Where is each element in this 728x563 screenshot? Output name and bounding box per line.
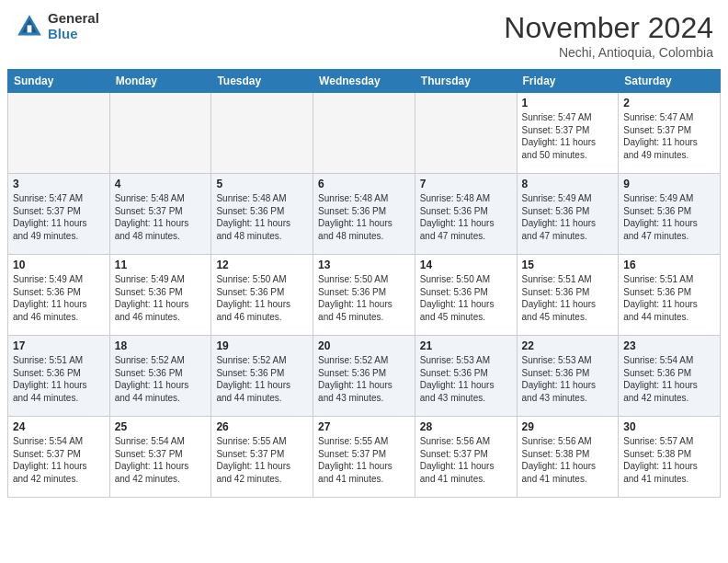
calendar-cell: 23Sunrise: 5:54 AM Sunset: 5:36 PM Dayli… xyxy=(619,336,721,417)
day-info: Sunrise: 5:52 AM Sunset: 5:36 PM Dayligh… xyxy=(216,354,308,404)
day-info: Sunrise: 5:49 AM Sunset: 5:36 PM Dayligh… xyxy=(13,273,105,323)
day-info: Sunrise: 5:54 AM Sunset: 5:37 PM Dayligh… xyxy=(13,435,105,485)
day-number: 29 xyxy=(522,420,614,433)
day-number: 22 xyxy=(522,339,614,352)
day-info: Sunrise: 5:56 AM Sunset: 5:38 PM Dayligh… xyxy=(522,435,614,485)
calendar-cell xyxy=(8,93,110,174)
day-number: 28 xyxy=(420,420,512,433)
svg-rect-2 xyxy=(28,25,32,32)
day-info: Sunrise: 5:53 AM Sunset: 5:36 PM Dayligh… xyxy=(522,354,614,404)
day-info: Sunrise: 5:51 AM Sunset: 5:36 PM Dayligh… xyxy=(522,273,614,323)
day-info: Sunrise: 5:49 AM Sunset: 5:36 PM Dayligh… xyxy=(522,192,614,242)
day-info: Sunrise: 5:55 AM Sunset: 5:37 PM Dayligh… xyxy=(216,435,308,485)
calendar-cell: 20Sunrise: 5:52 AM Sunset: 5:36 PM Dayli… xyxy=(313,336,415,417)
day-number: 6 xyxy=(318,178,410,190)
calendar-week-row: 17Sunrise: 5:51 AM Sunset: 5:36 PM Dayli… xyxy=(8,336,721,417)
day-info: Sunrise: 5:50 AM Sunset: 5:36 PM Dayligh… xyxy=(216,273,308,323)
day-info: Sunrise: 5:57 AM Sunset: 5:38 PM Dayligh… xyxy=(623,435,715,485)
day-number: 5 xyxy=(216,178,308,190)
day-info: Sunrise: 5:48 AM Sunset: 5:36 PM Dayligh… xyxy=(216,192,308,242)
day-info: Sunrise: 5:48 AM Sunset: 5:36 PM Dayligh… xyxy=(318,192,410,242)
title-area: November 2024 Nechi, Antioquia, Colombia xyxy=(504,11,713,60)
day-number: 15 xyxy=(522,259,614,271)
calendar-cell: 13Sunrise: 5:50 AM Sunset: 5:36 PM Dayli… xyxy=(313,255,415,336)
day-info: Sunrise: 5:51 AM Sunset: 5:36 PM Dayligh… xyxy=(623,273,715,323)
day-number: 10 xyxy=(13,259,105,271)
day-number: 27 xyxy=(318,420,410,433)
day-number: 14 xyxy=(420,259,512,271)
page: General Blue November 2024 Nechi, Antioq… xyxy=(0,0,728,563)
calendar-week-row: 10Sunrise: 5:49 AM Sunset: 5:36 PM Dayli… xyxy=(8,255,721,336)
calendar-weekday-saturday: Saturday xyxy=(619,70,721,93)
calendar-cell: 30Sunrise: 5:57 AM Sunset: 5:38 PM Dayli… xyxy=(619,417,721,498)
calendar-cell: 15Sunrise: 5:51 AM Sunset: 5:36 PM Dayli… xyxy=(517,255,619,336)
header: General Blue November 2024 Nechi, Antioq… xyxy=(0,0,728,65)
calendar-cell: 12Sunrise: 5:50 AM Sunset: 5:36 PM Dayli… xyxy=(211,255,313,336)
calendar-cell: 1Sunrise: 5:47 AM Sunset: 5:37 PM Daylig… xyxy=(517,93,619,174)
calendar-cell: 27Sunrise: 5:55 AM Sunset: 5:37 PM Dayli… xyxy=(313,417,415,498)
calendar-cell: 8Sunrise: 5:49 AM Sunset: 5:36 PM Daylig… xyxy=(517,174,619,255)
month-title: November 2024 xyxy=(504,11,713,45)
day-number: 17 xyxy=(13,339,105,352)
day-info: Sunrise: 5:48 AM Sunset: 5:37 PM Dayligh… xyxy=(115,192,207,242)
calendar-cell: 25Sunrise: 5:54 AM Sunset: 5:37 PM Dayli… xyxy=(109,417,211,498)
day-info: Sunrise: 5:56 AM Sunset: 5:37 PM Dayligh… xyxy=(420,435,512,485)
calendar-cell: 22Sunrise: 5:53 AM Sunset: 5:36 PM Dayli… xyxy=(517,336,619,417)
day-number: 4 xyxy=(115,178,207,190)
day-number: 20 xyxy=(318,339,410,352)
calendar-cell: 9Sunrise: 5:49 AM Sunset: 5:36 PM Daylig… xyxy=(619,174,721,255)
calendar-cell: 2Sunrise: 5:47 AM Sunset: 5:37 PM Daylig… xyxy=(619,93,721,174)
calendar-cell: 26Sunrise: 5:55 AM Sunset: 5:37 PM Dayli… xyxy=(211,417,313,498)
calendar-cell xyxy=(211,93,313,174)
day-number: 11 xyxy=(115,259,207,271)
calendar-cell: 3Sunrise: 5:47 AM Sunset: 5:37 PM Daylig… xyxy=(8,174,110,255)
calendar-week-row: 3Sunrise: 5:47 AM Sunset: 5:37 PM Daylig… xyxy=(8,174,721,255)
day-info: Sunrise: 5:50 AM Sunset: 5:36 PM Dayligh… xyxy=(318,273,410,323)
calendar-cell: 28Sunrise: 5:56 AM Sunset: 5:37 PM Dayli… xyxy=(415,417,517,498)
day-info: Sunrise: 5:50 AM Sunset: 5:36 PM Dayligh… xyxy=(420,273,512,323)
day-number: 2 xyxy=(623,97,715,109)
calendar-cell: 19Sunrise: 5:52 AM Sunset: 5:36 PM Dayli… xyxy=(211,336,313,417)
calendar-weekday-wednesday: Wednesday xyxy=(313,70,415,93)
calendar-cell: 16Sunrise: 5:51 AM Sunset: 5:36 PM Dayli… xyxy=(619,255,721,336)
calendar-weekday-thursday: Thursday xyxy=(415,70,517,93)
logo-general-text: General xyxy=(48,11,99,27)
day-info: Sunrise: 5:52 AM Sunset: 5:36 PM Dayligh… xyxy=(318,354,410,404)
calendar-weekday-friday: Friday xyxy=(517,70,619,93)
calendar-cell: 11Sunrise: 5:49 AM Sunset: 5:36 PM Dayli… xyxy=(109,255,211,336)
day-info: Sunrise: 5:47 AM Sunset: 5:37 PM Dayligh… xyxy=(522,111,614,161)
calendar-cell: 4Sunrise: 5:48 AM Sunset: 5:37 PM Daylig… xyxy=(109,174,211,255)
day-number: 7 xyxy=(420,178,512,190)
day-number: 1 xyxy=(522,97,614,109)
day-info: Sunrise: 5:49 AM Sunset: 5:36 PM Dayligh… xyxy=(115,273,207,323)
day-info: Sunrise: 5:51 AM Sunset: 5:36 PM Dayligh… xyxy=(13,354,105,404)
calendar-cell: 17Sunrise: 5:51 AM Sunset: 5:36 PM Dayli… xyxy=(8,336,110,417)
day-number: 13 xyxy=(318,259,410,271)
day-info: Sunrise: 5:47 AM Sunset: 5:37 PM Dayligh… xyxy=(623,111,715,161)
calendar-cell xyxy=(313,93,415,174)
day-number: 23 xyxy=(623,339,715,352)
calendar-cell: 5Sunrise: 5:48 AM Sunset: 5:36 PM Daylig… xyxy=(211,174,313,255)
day-info: Sunrise: 5:53 AM Sunset: 5:36 PM Dayligh… xyxy=(420,354,512,404)
calendar-cell: 21Sunrise: 5:53 AM Sunset: 5:36 PM Dayli… xyxy=(415,336,517,417)
calendar-weekday-sunday: Sunday xyxy=(8,70,110,93)
day-number: 24 xyxy=(13,420,105,433)
calendar-cell: 29Sunrise: 5:56 AM Sunset: 5:38 PM Dayli… xyxy=(517,417,619,498)
day-number: 16 xyxy=(623,259,715,271)
day-number: 9 xyxy=(623,178,715,190)
calendar-cell: 7Sunrise: 5:48 AM Sunset: 5:36 PM Daylig… xyxy=(415,174,517,255)
logo-blue-text: Blue xyxy=(48,27,99,42)
day-info: Sunrise: 5:49 AM Sunset: 5:36 PM Dayligh… xyxy=(623,192,715,242)
logo-icon xyxy=(15,12,44,41)
day-number: 12 xyxy=(216,259,308,271)
calendar-cell: 10Sunrise: 5:49 AM Sunset: 5:36 PM Dayli… xyxy=(8,255,110,336)
day-number: 8 xyxy=(522,178,614,190)
day-number: 26 xyxy=(216,420,308,433)
logo-text: General Blue xyxy=(48,11,99,41)
calendar-cell xyxy=(415,93,517,174)
calendar-cell: 6Sunrise: 5:48 AM Sunset: 5:36 PM Daylig… xyxy=(313,174,415,255)
calendar-weekday-tuesday: Tuesday xyxy=(211,70,313,93)
calendar-weekday-monday: Monday xyxy=(109,70,211,93)
day-number: 3 xyxy=(13,178,105,190)
day-info: Sunrise: 5:48 AM Sunset: 5:36 PM Dayligh… xyxy=(420,192,512,242)
